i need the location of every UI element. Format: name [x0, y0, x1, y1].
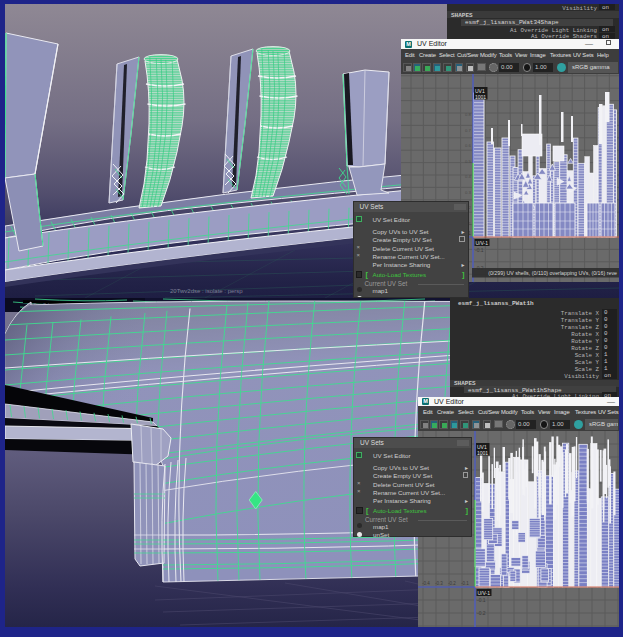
- svg-text:(0/299) UV shells, (0/110) ove: (0/299) UV shells, (0/110) overlapping U…: [488, 270, 617, 276]
- svg-text:U/V-1: U/V-1: [476, 240, 489, 246]
- svg-text:-0.1: -0.1: [475, 247, 484, 253]
- svg-text:-0.1: -0.1: [477, 597, 486, 603]
- svg-text:-0.2: -0.2: [448, 581, 456, 586]
- svg-text:0.5: 0.5: [465, 159, 471, 164]
- svg-text:0.3: 0.3: [465, 190, 471, 195]
- svg-text:0.7: 0.7: [465, 128, 471, 133]
- svg-text:-0.3: -0.3: [435, 581, 443, 586]
- svg-text:-0.1: -0.1: [461, 581, 469, 586]
- svg-text:0.6: 0.6: [465, 143, 471, 148]
- svg-text:1001: 1001: [477, 450, 488, 456]
- svg-text:U/V-1: U/V-1: [478, 590, 491, 596]
- svg-text:0.8: 0.8: [465, 112, 471, 117]
- svg-text:-0.2: -0.2: [477, 610, 486, 616]
- svg-text:1001: 1001: [475, 94, 486, 100]
- svg-text:-0.4: -0.4: [422, 581, 430, 586]
- svg-text:20Twv2dse : isolate : persp: 20Twv2dse : isolate : persp: [170, 288, 243, 294]
- svg-text:0.4: 0.4: [465, 174, 471, 179]
